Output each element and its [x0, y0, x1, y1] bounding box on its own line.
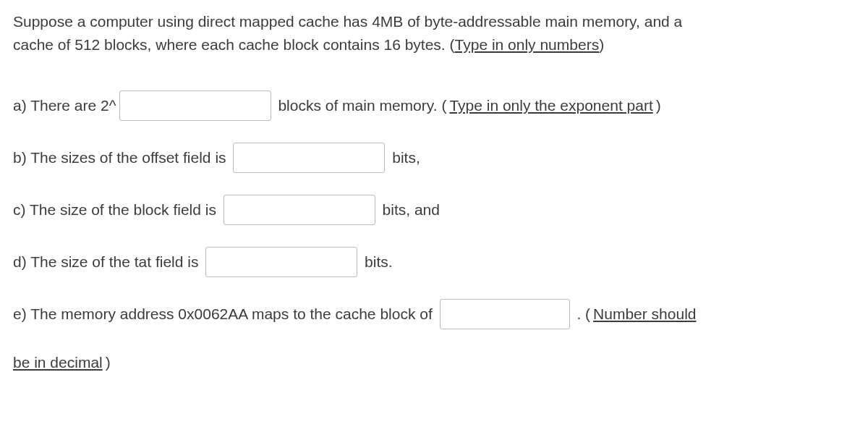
question-e-post-underline: Number should — [593, 303, 696, 326]
question-d-pre: d) The size of the tat field is — [13, 250, 203, 274]
question-e-line2-post: ) — [106, 351, 111, 374]
question-b-post: bits, — [388, 146, 420, 169]
question-c-input[interactable] — [224, 195, 375, 225]
question-c-post: bits, and — [378, 198, 440, 221]
question-d-row: d) The size of the tat field is bits. — [13, 247, 855, 277]
question-c-row: c) The size of the block field is bits, … — [13, 195, 855, 225]
question-c-pre: c) The size of the block field is — [13, 198, 221, 221]
question-a-input[interactable] — [119, 90, 271, 121]
question-a-pre: a) There are 2^ — [13, 94, 116, 117]
question-a-post-post: ) — [656, 94, 661, 117]
question-e-row: e) The memory address 0x0062AA maps to t… — [13, 299, 855, 329]
intro-line2-pre: cache of 512 blocks, where each cache bl… — [13, 36, 455, 53]
question-e-post-pre: . ( — [573, 303, 591, 326]
question-e-pre: e) The memory address 0x0062AA maps to t… — [13, 303, 437, 326]
question-e-input[interactable] — [440, 299, 570, 329]
question-a-row: a) There are 2^ blocks of main memory. (… — [13, 90, 855, 121]
question-b-input[interactable] — [233, 143, 385, 173]
question-intro: Suppose a computer using direct mapped c… — [13, 10, 855, 56]
question-d-input[interactable] — [205, 247, 357, 277]
question-b-row: b) The sizes of the offset field is bits… — [13, 143, 855, 173]
question-a-post-pre: blocks of main memory. ( — [274, 94, 447, 117]
question-e-row2: be in decimal) — [13, 351, 855, 374]
intro-line2-post: ) — [599, 36, 604, 53]
question-a-post-underline: Type in only the exponent part — [449, 94, 652, 117]
intro-line2-underline: Type in only numbers — [455, 36, 600, 53]
intro-line-2: cache of 512 blocks, where each cache bl… — [13, 33, 855, 56]
question-d-post: bits. — [360, 250, 392, 274]
question-e-line2-underline: be in decimal — [13, 351, 103, 374]
question-b-pre: b) The sizes of the offset field is — [13, 146, 230, 169]
intro-line-1: Suppose a computer using direct mapped c… — [13, 10, 855, 33]
